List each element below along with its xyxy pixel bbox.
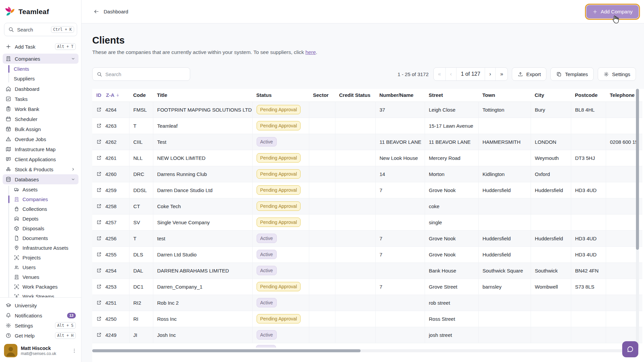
sidebar-item-infrastructure-map[interactable]: Infrastructure Map bbox=[3, 144, 78, 154]
add-company-button[interactable]: Add Company bbox=[586, 5, 639, 18]
kebab-menu-icon[interactable] bbox=[71, 348, 77, 354]
sidebar-item-databases[interactable]: Databases bbox=[3, 174, 78, 184]
table-row[interactable]: 4253DC1Darren_Company_1Pending Approval7… bbox=[92, 279, 642, 295]
sidebar-subitem-depots[interactable]: Depots bbox=[3, 214, 78, 224]
sidebar-subitem-documents[interactable]: Documents bbox=[3, 233, 78, 243]
table-row[interactable]: 4256TtestActive7Grove NookHuddersfieldHu… bbox=[92, 230, 642, 246]
sidebar-subitem-disposals[interactable]: Disposals bbox=[3, 224, 78, 233]
truck-icon bbox=[14, 187, 19, 192]
cell-status: Active bbox=[252, 134, 309, 150]
cell-postcode bbox=[571, 311, 606, 327]
column-header-number-name[interactable]: Number/Name bbox=[375, 89, 425, 102]
horizontal-scrollbar-thumb[interactable] bbox=[92, 349, 361, 352]
cell-title: Coke Tech bbox=[153, 198, 252, 214]
bell-icon bbox=[5, 312, 11, 318]
suppliers-link[interactable]: here bbox=[306, 49, 316, 55]
sidebar-item-tasks[interactable]: Tasks bbox=[3, 94, 78, 104]
sidebar-item-settings[interactable]: SettingsAlt + S bbox=[3, 320, 78, 330]
column-header-status[interactable]: Status bbox=[252, 89, 309, 102]
back-to-dashboard[interactable]: Dashboard bbox=[94, 9, 128, 14]
vertical-scrollbar-thumb[interactable] bbox=[636, 89, 639, 250]
sidebar-item-work-bank[interactable]: Work Bank bbox=[3, 104, 78, 114]
sidebar-subitem-projects[interactable]: Projects bbox=[3, 253, 78, 262]
templates-button[interactable]: Templates bbox=[550, 67, 593, 81]
cell-city bbox=[531, 311, 571, 327]
column-header-street[interactable]: Street bbox=[425, 89, 478, 102]
chat-button[interactable] bbox=[622, 341, 638, 357]
column-header-city[interactable]: City bbox=[531, 89, 571, 102]
sidebar-item-client-applications[interactable]: Client Applications bbox=[3, 154, 78, 164]
sidebar-subitem-collections[interactable]: Collections bbox=[3, 204, 78, 214]
status-badge: Pending Approval bbox=[257, 121, 301, 131]
sidebar-item-get-help[interactable]: Get HelpAlt + H bbox=[3, 330, 78, 341]
brand-logo[interactable]: Teamleaf bbox=[0, 0, 81, 21]
sidebar-item-university[interactable]: University bbox=[3, 300, 78, 310]
sidebar-subitem-infrastructure-assets[interactable]: Infrastructure Assets bbox=[3, 243, 78, 253]
sidebar-subitem-venues[interactable]: Venues bbox=[3, 272, 78, 282]
status-badge: Active bbox=[257, 250, 277, 259]
sidebar-item-overdue-jobs[interactable]: Overdue Jobs bbox=[3, 134, 78, 144]
sort-indicator[interactable]: Z-A bbox=[106, 92, 120, 98]
sidebar-item-companies[interactable]: Companies bbox=[3, 54, 78, 64]
table-row[interactable]: 4254DALDARREN ABRAHAMS LIMITEDActiveBank… bbox=[92, 262, 642, 279]
cell-postcode bbox=[571, 134, 606, 150]
sidebar-item-scheduler[interactable]: Scheduler bbox=[3, 114, 78, 124]
table-row[interactable]: 4261NLLNEW LOOK LIMITEDPending ApprovalN… bbox=[92, 150, 642, 166]
cell-title: Single Venue Company bbox=[153, 214, 252, 230]
sidebar-subitem-companies[interactable]: Companies bbox=[3, 194, 78, 204]
sidebar-subitem-work-streams[interactable]: Work Streams bbox=[3, 292, 78, 297]
sidebar-subitem-assets[interactable]: Assets bbox=[3, 185, 78, 194]
sidebar-subitem-suppliers[interactable]: Suppliers bbox=[3, 74, 78, 83]
sidebar-item-bulk-assign[interactable]: Bulk Assign bbox=[3, 124, 78, 134]
column-header-town[interactable]: Town bbox=[478, 89, 531, 102]
table-row[interactable]: 4264FMSLFOOTPRINT MAPPING SOLUTIONS LTDP… bbox=[92, 102, 642, 118]
cell-title: FOOTPRINT MAPPING SOLUTIONS LTD bbox=[153, 102, 252, 118]
table-row[interactable]: 4263TTeamleafPending Approval15-17 Lawn … bbox=[92, 118, 642, 134]
add-task-button[interactable]: Add Task Alt + T bbox=[3, 42, 78, 52]
column-header-credit-status[interactable]: Credit Status bbox=[335, 89, 375, 102]
sidebar-subitem-clients[interactable]: Clients bbox=[3, 64, 78, 74]
sidebar-search-input[interactable] bbox=[17, 27, 48, 33]
grad-cap-icon bbox=[5, 302, 11, 308]
table-search-input[interactable] bbox=[105, 71, 186, 77]
sidebar-item-stock-products[interactable]: Stock & Products bbox=[3, 164, 78, 174]
table-row[interactable]: 4255DLSDarren Ltd StudioActive7Grove Noo… bbox=[92, 246, 642, 262]
next-page-button[interactable]: › bbox=[485, 68, 496, 80]
column-header-code[interactable]: Code bbox=[129, 89, 153, 102]
cell-sector bbox=[309, 182, 335, 198]
column-header-postcode[interactable]: Postcode bbox=[571, 89, 606, 102]
cell-credit-status bbox=[335, 311, 375, 327]
export-button[interactable]: Export bbox=[512, 67, 546, 81]
first-page-button[interactable]: « bbox=[434, 68, 446, 80]
table-row[interactable]: 4262CIILTestActive11 BEAVOR LANE11 BEAVO… bbox=[92, 134, 642, 150]
table-row[interactable]: 4251RI2Rob Inc 2Activerob street bbox=[92, 295, 642, 311]
sidebar-subitem-work-packages[interactable]: Work Packages bbox=[3, 282, 78, 292]
column-header-sector[interactable]: Sector bbox=[309, 89, 335, 102]
table-row[interactable]: 4250RIRoss IncPending ApprovalRoss Stree… bbox=[92, 311, 642, 327]
sidebar-subitem-users[interactable]: Users bbox=[3, 262, 78, 272]
cell-town bbox=[478, 150, 531, 166]
cell-title: Teamleaf bbox=[153, 118, 252, 134]
subnav-companies: ClientsSuppliers bbox=[3, 64, 78, 84]
table-search[interactable] bbox=[92, 67, 190, 81]
cell-code: JI bbox=[129, 327, 153, 343]
last-page-button[interactable]: » bbox=[496, 68, 507, 80]
sidebar-item-notifications[interactable]: Notifications13 bbox=[3, 310, 78, 320]
cell-town bbox=[478, 214, 531, 230]
cell-credit-status bbox=[335, 134, 375, 150]
user-menu[interactable]: Matt Hiscock matt@senses.co.uk bbox=[0, 341, 81, 362]
main-area: Dashboard Add Company Clients These are … bbox=[82, 0, 644, 362]
cell-title: Rob Inc 2 bbox=[153, 295, 252, 311]
table-row[interactable]: 4260DRCDarrens Running ClubPending Appro… bbox=[92, 166, 642, 182]
cell-sector bbox=[309, 262, 335, 279]
column-header-id[interactable]: IDZ-A bbox=[92, 89, 129, 102]
table-row[interactable]: 4257SVSingle Venue CompanyPending Approv… bbox=[92, 214, 642, 230]
prev-page-button[interactable]: ‹ bbox=[446, 68, 457, 80]
table-settings-button[interactable]: Settings bbox=[598, 67, 636, 81]
table-row[interactable]: 4259DDSLDarren Dance Studio LtdPending A… bbox=[92, 182, 642, 198]
sidebar-item-dashboard[interactable]: Dashboard bbox=[3, 84, 78, 94]
table-row[interactable]: 4249JIJosh IncActivejosh street bbox=[92, 327, 642, 343]
table-row[interactable]: 4258CTCoke TechPending Approvalcoke bbox=[92, 198, 642, 214]
column-header-title[interactable]: Title bbox=[153, 89, 252, 102]
sidebar-search[interactable]: Ctrl + K bbox=[4, 23, 77, 36]
